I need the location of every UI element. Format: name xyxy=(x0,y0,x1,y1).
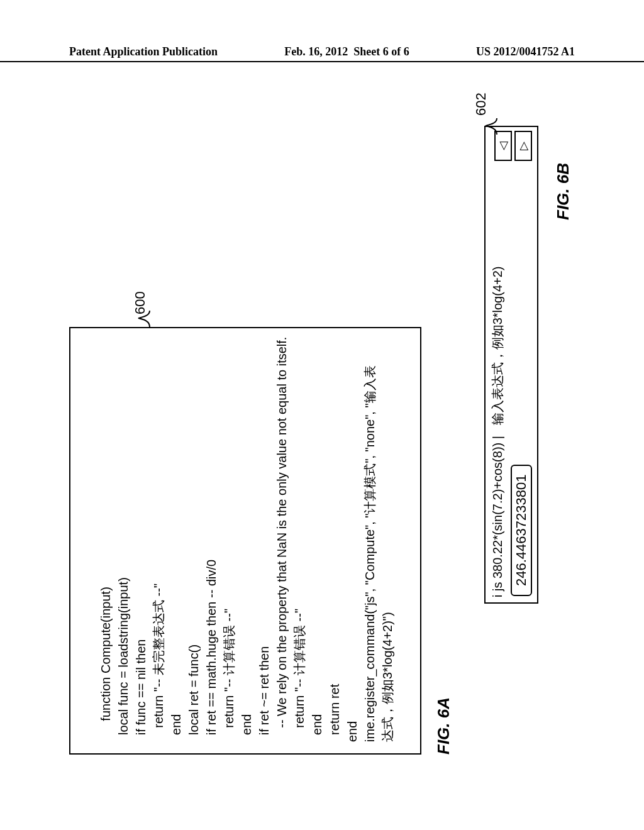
page-header: Patent Application Publication Feb. 16, … xyxy=(0,45,644,62)
reference-numeral-602: 602 xyxy=(473,92,489,116)
figure-caption-6b: FIG. 6B xyxy=(553,163,573,220)
code-listing: function Compute(input) local func = loa… xyxy=(99,337,394,742)
code-listing-box: function Compute(input) local func = loa… xyxy=(69,327,421,755)
prev-candidate-button[interactable]: ◁ xyxy=(494,131,512,161)
header-left: Patent Application Publication xyxy=(69,45,218,58)
ime-figure-wrap: i js 380.22*(sin(7.2)+cos(8)) | 输入表达式，例如… xyxy=(484,113,538,604)
header-center: Feb. 16, 2012 Sheet 6 of 6 xyxy=(284,45,409,58)
triangle-left-icon: ◁ xyxy=(496,141,510,150)
ime-nav-buttons: ◁ ▷ xyxy=(494,131,532,161)
ime-input-line: i js 380.22*(sin(7.2)+cos(8)) | 输入表达式，例如… xyxy=(489,267,506,597)
triangle-right-icon: ▷ xyxy=(516,141,530,150)
figure-caption-6a: FIG. 6A xyxy=(434,697,453,755)
ime-window: i js 380.22*(sin(7.2)+cos(8)) | 输入表达式，例如… xyxy=(484,126,538,604)
ime-result-box: 246.44637233801 xyxy=(511,465,532,596)
header-right: US 2012/0041752 A1 xyxy=(476,45,575,58)
figure-stage: function Compute(input) local func = loa… xyxy=(69,113,572,755)
next-candidate-button[interactable]: ▷ xyxy=(514,131,532,161)
reference-numeral-600: 600 xyxy=(132,291,148,314)
